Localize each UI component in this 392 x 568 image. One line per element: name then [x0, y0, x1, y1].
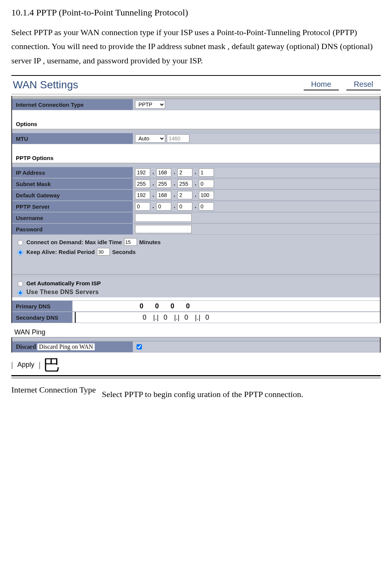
page-title: WAN Settings [11, 79, 304, 91]
ip-octet-1[interactable] [135, 168, 150, 177]
password-input[interactable] [135, 225, 192, 233]
label-seconds: Seconds [112, 249, 136, 255]
label-dns-auto: Get Automatically From ISP [26, 280, 101, 286]
definition-term: Internet Connection Type [11, 385, 102, 399]
apply-button[interactable]: Apply [16, 360, 36, 369]
secondary-dns-value: 0 |.| 0 |.| 0 |.| 0 [137, 314, 215, 322]
wan-ping-heading: WAN Ping [14, 328, 381, 336]
label-connect-on-demand: Connect on Demand: Max idle Time [26, 239, 122, 245]
dns-manual-radio[interactable] [18, 290, 23, 296]
mask-octet-2[interactable] [156, 180, 171, 188]
connection-type-select[interactable]: PPTP [135, 100, 165, 109]
reset-link[interactable]: Resel [346, 79, 381, 91]
pptp-options-heading: PPTP Options [12, 144, 380, 163]
label-password: Password [12, 224, 133, 234]
label-mtu: MTU [12, 133, 133, 144]
label-dns-manual: Use These DNS Servers [26, 289, 99, 296]
label-ip-address: IP Address [12, 167, 133, 178]
mask-octet-1[interactable] [135, 180, 150, 188]
srv-octet-1[interactable] [135, 202, 150, 211]
gw-octet-2[interactable] [156, 191, 171, 199]
redial-period-input[interactable] [97, 248, 110, 256]
mtu-mode-select[interactable]: Auto [135, 134, 165, 143]
label-pptp-server: PPTP Server [12, 201, 133, 212]
ip-octet-2[interactable] [156, 168, 171, 177]
gw-octet-4[interactable] [199, 191, 214, 199]
srv-octet-4[interactable] [199, 202, 214, 211]
mask-octet-4[interactable] [199, 180, 214, 188]
label-connection-type: Internet Connection Type [12, 99, 133, 110]
label-minutes: Minutes [139, 239, 161, 245]
srv-octet-3[interactable] [177, 202, 192, 211]
ip-octet-4[interactable] [199, 168, 214, 177]
connect-on-demand-radio[interactable] [18, 240, 23, 245]
page-header: WAN Settings Home Resel [11, 77, 381, 94]
definition-desc: Select PPTP to begin config uration of t… [102, 385, 381, 399]
label-discard-ping: Discard Discard Ping on WAN [12, 342, 133, 352]
options-heading: Options [12, 110, 380, 129]
wan-settings-panel: Internet Connection Type PPTP Options MT… [11, 96, 381, 323]
home-link[interactable]: Home [304, 79, 339, 91]
ip-octet-3[interactable] [177, 168, 192, 177]
divider [11, 75, 381, 76]
label-subnet-mask: Subnet Mask [12, 179, 133, 189]
intro-paragraph: Select PPTP as your WAN connection type … [11, 25, 381, 68]
apply-icon: 巴 [43, 357, 60, 374]
gw-octet-3[interactable] [177, 191, 192, 199]
keep-alive-radio[interactable] [18, 250, 23, 255]
idle-time-input[interactable] [124, 238, 137, 246]
label-username: Username [12, 212, 133, 223]
srv-octet-2[interactable] [156, 202, 171, 211]
dns-auto-radio[interactable] [18, 281, 23, 286]
label-keep-alive: Keep Alive: Redial Period [26, 249, 95, 255]
mtu-value-input[interactable] [167, 134, 189, 143]
username-input[interactable] [135, 214, 192, 222]
section-heading: 10.1.4 PPTP (Point-to-Point Tunneling Pr… [11, 8, 381, 18]
label-secondary-dns: Secondary DNS [12, 312, 72, 323]
definition-row: Internet Connection Type Select PPTP to … [11, 378, 381, 399]
discard-ping-checkbox[interactable] [137, 344, 142, 349]
label-default-gateway: Default Gateway [12, 190, 133, 200]
primary-dns-value: 0 0 0 0 [137, 302, 194, 310]
gw-octet-1[interactable] [135, 191, 150, 199]
mask-octet-3[interactable] [177, 180, 192, 188]
label-primary-dns: Primary DNS [12, 301, 72, 311]
